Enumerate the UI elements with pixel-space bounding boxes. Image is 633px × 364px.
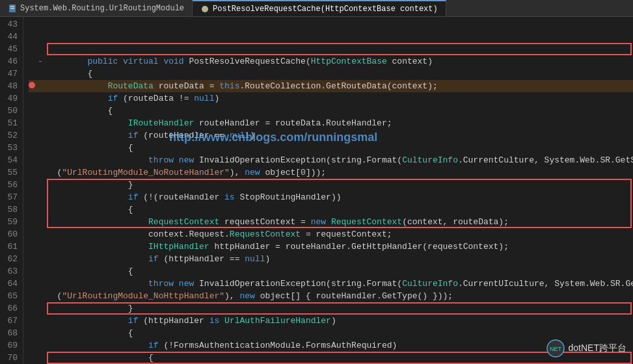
code-line-67: { <box>29 352 633 364</box>
method-icon <box>200 5 209 14</box>
code-text-47: { <box>47 105 633 117</box>
code-line-60: { <box>29 265 633 278</box>
code-text-54: if (!(routeHandler is StopRoutingHandler… <box>47 191 633 203</box>
code-line-64: if (httpHandler is UrlAuthFailureHandler… <box>29 315 633 327</box>
code-line-51: throw new InvalidOperationException(stri… <box>29 154 633 166</box>
code-text-65: { <box>47 327 633 339</box>
breakpoint-col <box>29 80 38 92</box>
code-content: - public virtual void PostResolveRequest… <box>23 17 633 364</box>
svg-point-3 <box>202 6 208 12</box>
expand-col: - <box>38 55 47 68</box>
code-text-46: if (routeData != null) <box>47 92 633 105</box>
logo-text: dotNET跨平台 <box>569 343 626 354</box>
code-line-62: ("UrlRoutingModule_NoHttpHandler"), new … <box>29 290 633 302</box>
file-icon <box>8 4 17 13</box>
code-text-52: ("UrlRoutingModule_NoRouteHandler"), new… <box>47 166 633 179</box>
code-line-55: { <box>29 203 633 216</box>
highlight-box <box>47 43 632 55</box>
code-line-43: - public virtual void PostResolveRequest… <box>29 55 633 68</box>
code-line-50: { <box>29 142 633 154</box>
code-text-61: throw new InvalidOperationException(stri… <box>47 278 633 290</box>
code-line-46: if (routeData != null) <box>29 92 633 105</box>
line-numbers: 4344454647484950515253545556575859606162… <box>0 17 23 364</box>
code-text-44: { <box>47 68 633 80</box>
logo-area: NET dotNET跨平台 <box>546 339 626 358</box>
code-line-47: { <box>29 105 633 117</box>
code-text-43: public virtual void PostResolveRequestCa… <box>47 55 633 68</box>
code-text-62: ("UrlRoutingModule_NoHttpHandler"), new … <box>47 290 633 302</box>
code-line-56: RequestContext requestContext = new Requ… <box>29 216 633 228</box>
code-text-53: } <box>47 179 633 191</box>
code-line-53: } <box>29 179 633 191</box>
editor-window: System.Web.Routing.UrlRoutingModule Post… <box>0 0 633 364</box>
code-line-57: context.Request.RequestContext = request… <box>29 228 633 240</box>
code-line-65: { <box>29 327 633 339</box>
code-line-49: if (routeHandler == null) <box>29 129 633 142</box>
code-area: 4344454647484950515253545556575859606162… <box>0 17 633 364</box>
code-text-60: { <box>47 265 633 278</box>
tab-1[interactable]: System.Web.Routing.UrlRoutingModule <box>0 0 193 16</box>
code-text-67: { <box>47 352 633 364</box>
logo-icon: NET <box>546 339 565 358</box>
tab-bar: System.Web.Routing.UrlRoutingModule Post… <box>0 0 633 17</box>
code-text-66: if (!FormsAuthenticationModule.FormsAuth… <box>47 339 633 352</box>
code-line-63: } <box>29 302 633 315</box>
code-text-49: if (routeHandler == null) <box>47 129 633 142</box>
code-line-54: if (!(routeHandler is StopRoutingHandler… <box>29 191 633 203</box>
code-text-48: IRouteHandler routeHandler = routeData.R… <box>47 117 633 129</box>
tab-1-label: System.Web.Routing.UrlRoutingModule <box>20 4 184 13</box>
code-text-50: { <box>47 142 633 154</box>
svg-text:NET: NET <box>550 346 562 352</box>
code-text-45: RouteData routeData = this.RouteCollecti… <box>47 80 633 92</box>
code-line-48: IRouteHandler routeHandler = routeData.R… <box>29 117 633 129</box>
tab-2-label: PostResolveRequestCache(HttpContextBase … <box>213 5 438 14</box>
code-line-44: { <box>29 68 633 80</box>
breakpoint-dot <box>29 82 35 88</box>
code-text-59: if (httpHandler == null) <box>47 253 633 265</box>
code-line-59: if (httpHandler == null) <box>29 253 633 265</box>
code-text-63: } <box>47 302 633 315</box>
code-text-57: context.Request.RequestContext = request… <box>47 228 633 240</box>
code-text-58: IHttpHandler httpHandler = routeHandler.… <box>47 240 633 253</box>
code-text-56: RequestContext requestContext = new Requ… <box>47 216 633 228</box>
code-line-61: throw new InvalidOperationException(stri… <box>29 278 633 290</box>
code-line-45: RouteData routeData = this.RouteCollecti… <box>29 80 633 92</box>
code-text-55: { <box>47 203 633 216</box>
code-text-64: if (httpHandler is UrlAuthFailureHandler… <box>47 315 633 327</box>
code-text-51: throw new InvalidOperationException(stri… <box>47 154 633 166</box>
code-line-58: IHttpHandler httpHandler = routeHandler.… <box>29 240 633 253</box>
code-line-52: ("UrlRoutingModule_NoRouteHandler"), new… <box>29 166 633 179</box>
tab-2[interactable]: PostResolveRequestCache(HttpContextBase … <box>193 0 446 16</box>
code-line-66: if (!FormsAuthenticationModule.FormsAuth… <box>29 339 633 352</box>
